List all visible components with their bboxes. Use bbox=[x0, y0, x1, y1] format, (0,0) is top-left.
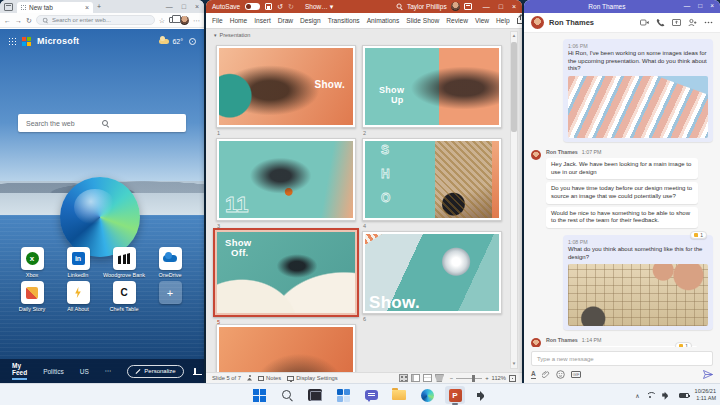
maximize-button[interactable]: □ bbox=[698, 3, 702, 10]
shortcut-all-about[interactable]: All About bbox=[56, 281, 100, 312]
fit-slide-icon[interactable] bbox=[509, 375, 516, 382]
video-call-icon[interactable] bbox=[640, 18, 649, 27]
edge-taskbar-button[interactable] bbox=[417, 386, 437, 404]
tab-slide-show[interactable]: Slide Show bbox=[406, 17, 439, 24]
shortcut-xbox[interactable]: x Xbox bbox=[10, 247, 54, 278]
tab-actions-icon[interactable] bbox=[4, 3, 13, 11]
emoji-icon[interactable] bbox=[556, 370, 565, 379]
slide-thumbnail-7[interactable] bbox=[216, 324, 356, 372]
shortcut-onedrive[interactable]: OneDrive bbox=[148, 247, 192, 278]
tab-insert[interactable]: Insert bbox=[254, 17, 271, 24]
powerpoint-taskbar-button[interactable]: P bbox=[445, 386, 465, 404]
grid-view-icon[interactable] bbox=[399, 374, 408, 382]
send-icon[interactable] bbox=[703, 370, 713, 379]
collections-icon[interactable] bbox=[169, 17, 176, 23]
slide-thumbnail-1[interactable]: Show. bbox=[216, 45, 356, 128]
microsoft-logo-icon[interactable] bbox=[22, 37, 31, 46]
tray-expand-icon[interactable]: ∧ bbox=[635, 392, 639, 399]
slide-thumbnail-6[interactable]: Show. bbox=[362, 231, 502, 314]
message-list[interactable]: 1:06 PM Hi Ron, I've been working on som… bbox=[524, 33, 720, 347]
settings-more-icon[interactable]: ⋯ bbox=[193, 17, 200, 24]
search-icon[interactable] bbox=[396, 4, 402, 10]
scroll-down-icon[interactable]: ▼ bbox=[512, 360, 516, 368]
chat-button[interactable] bbox=[361, 386, 381, 404]
profile-avatar[interactable] bbox=[180, 16, 189, 25]
more-options-icon[interactable] bbox=[704, 18, 713, 27]
sender-avatar[interactable] bbox=[531, 338, 541, 347]
shortcut-woodgrove-bank[interactable]: Woodgrove Bank bbox=[102, 247, 146, 278]
save-icon[interactable] bbox=[265, 3, 272, 10]
widgets-button[interactable] bbox=[333, 386, 353, 404]
tab-file[interactable]: File bbox=[212, 17, 223, 24]
message-incoming[interactable]: Ron Thames 1:14 PM 1 Wow, perfect! Let m… bbox=[531, 337, 713, 347]
maximize-button[interactable]: □ bbox=[499, 3, 503, 10]
zoom-slider[interactable] bbox=[456, 378, 482, 379]
share-icon[interactable] bbox=[517, 18, 522, 24]
minimize-button[interactable]: — bbox=[483, 3, 490, 10]
vertical-scrollbar[interactable]: ▲ ▼ bbox=[510, 31, 518, 369]
tab-transitions[interactable]: Transitions bbox=[328, 17, 360, 24]
document-title[interactable]: Show… ▾ bbox=[305, 3, 333, 10]
weather-widget[interactable]: 62° bbox=[159, 38, 183, 45]
back-icon[interactable]: ← bbox=[4, 17, 11, 24]
contact-avatar[interactable] bbox=[531, 16, 544, 29]
wifi-icon[interactable] bbox=[646, 392, 655, 399]
message-outgoing[interactable]: 1:06 PM Hi Ron, I've been working on som… bbox=[563, 39, 713, 142]
microsoft-wordmark[interactable]: Microsoft bbox=[37, 36, 79, 46]
message-outgoing[interactable]: 1 1:08 PM What do you think about someth… bbox=[563, 235, 713, 330]
shortcut-chefs-table[interactable]: C Chefs Table bbox=[102, 281, 146, 312]
ribbon-options-icon[interactable] bbox=[464, 3, 472, 10]
feed-tab-us[interactable]: US bbox=[80, 368, 89, 375]
notifications-bell-icon[interactable] bbox=[194, 368, 196, 374]
notes-button[interactable]: Notes bbox=[258, 375, 281, 381]
gif-icon[interactable]: GIF bbox=[571, 371, 582, 378]
minimize-button[interactable]: — bbox=[684, 3, 691, 10]
slide-thumbnail-2[interactable]: Show Up bbox=[362, 45, 502, 128]
attach-icon[interactable] bbox=[542, 370, 550, 379]
favorites-star-icon[interactable]: ☆ bbox=[159, 17, 165, 24]
web-search-box[interactable]: Search the web bbox=[18, 114, 186, 132]
scrollbar-thumb[interactable] bbox=[511, 42, 517, 132]
address-bar[interactable]: Search or enter web... bbox=[36, 15, 155, 25]
tab-animations[interactable]: Animations bbox=[367, 17, 400, 24]
tab-draw[interactable]: Draw bbox=[278, 17, 293, 24]
tab-home[interactable]: Home bbox=[230, 17, 248, 24]
zoom-out-icon[interactable]: − bbox=[450, 375, 453, 381]
reading-view-icon[interactable] bbox=[423, 374, 432, 382]
shortcut-daily-story[interactable]: Daily Story bbox=[10, 281, 54, 312]
battery-icon[interactable] bbox=[679, 393, 689, 398]
sound-app-button[interactable] bbox=[473, 386, 493, 404]
close-button[interactable]: × bbox=[512, 3, 516, 10]
accessibility-icon[interactable] bbox=[247, 375, 252, 381]
format-icon[interactable]: A bbox=[531, 370, 536, 378]
task-view-button[interactable] bbox=[305, 386, 325, 404]
feed-tab-politics[interactable]: Politics bbox=[43, 368, 64, 375]
start-button[interactable] bbox=[249, 386, 269, 404]
audio-call-icon[interactable] bbox=[656, 18, 665, 27]
user-avatar[interactable] bbox=[451, 2, 460, 11]
zoom-in-icon[interactable]: + bbox=[485, 375, 488, 381]
display-settings-button[interactable]: Display Settings bbox=[287, 375, 338, 381]
refresh-icon[interactable]: ↻ bbox=[26, 17, 32, 24]
feed-more-icon[interactable]: ⋯ bbox=[105, 367, 112, 375]
undo-icon[interactable]: ↺ bbox=[277, 3, 283, 10]
sender-avatar[interactable] bbox=[531, 150, 541, 160]
tab-review[interactable]: Review bbox=[446, 17, 468, 24]
scroll-up-icon[interactable]: ▲ bbox=[512, 32, 516, 40]
shortcut-linkedin[interactable]: in LinkedIn bbox=[56, 247, 100, 278]
close-button[interactable]: × bbox=[710, 3, 714, 10]
reaction-badge[interactable]: 1 bbox=[690, 231, 707, 239]
slide-thumbnail-4[interactable]: S H O bbox=[362, 138, 502, 221]
close-button[interactable]: × bbox=[195, 3, 199, 10]
slide-thumbnail-3[interactable]: 11 bbox=[216, 138, 356, 221]
autosave-toggle[interactable] bbox=[245, 3, 260, 10]
normal-view-icon[interactable] bbox=[411, 374, 420, 382]
edge-active-tab[interactable]: New tab × bbox=[17, 2, 93, 13]
redo-icon[interactable]: ↻ bbox=[288, 3, 294, 10]
tab-close-icon[interactable]: × bbox=[85, 4, 89, 11]
volume-icon[interactable] bbox=[662, 391, 672, 399]
file-explorer-button[interactable] bbox=[389, 386, 409, 404]
search-icon[interactable] bbox=[102, 120, 178, 127]
screen-share-icon[interactable] bbox=[672, 18, 681, 27]
page-settings-gear-icon[interactable] bbox=[189, 38, 196, 45]
